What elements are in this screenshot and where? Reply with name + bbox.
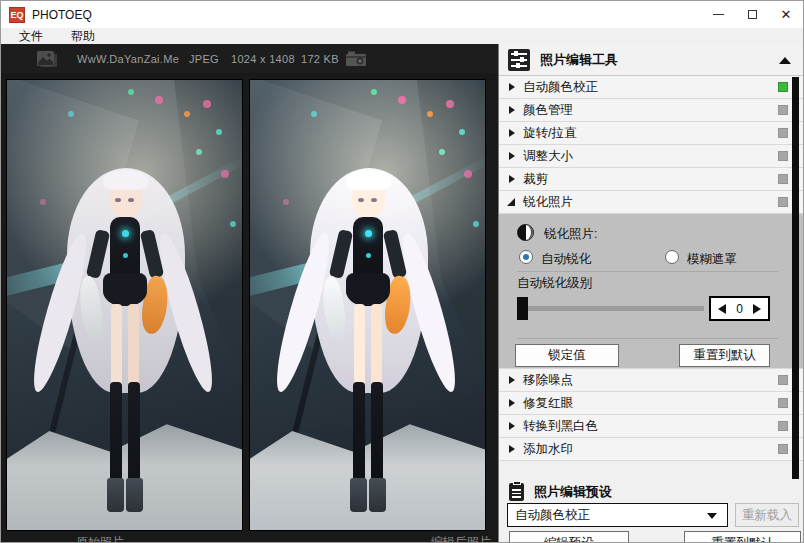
radio-unsharp-mask[interactable] — [665, 250, 679, 264]
tool-row-resize[interactable]: 调整大小 — [499, 145, 804, 168]
window-controls: ✕ — [701, 1, 803, 28]
title-bar: EQ PHOTOEQ ✕ — [1, 1, 803, 28]
window-title: PHOTOEQ — [32, 8, 92, 22]
tool-row-color-management[interactable]: 颜色管理 — [499, 99, 804, 122]
tool-indicator[interactable] — [778, 128, 788, 138]
equalizer-icon — [508, 49, 530, 71]
sharpen-label: 锐化照片: — [544, 226, 597, 243]
divider — [517, 271, 778, 272]
chevron-right-icon — [509, 175, 515, 183]
tool-indicator[interactable] — [778, 444, 788, 454]
tool-indicator[interactable] — [778, 105, 788, 115]
lock-value-button[interactable]: 锁定值 — [515, 344, 619, 367]
tool-row-denoise[interactable]: 移除噪点 — [499, 369, 804, 392]
image-dimensions: 1024 x 1408 — [231, 53, 295, 65]
chevron-down-icon — [707, 513, 717, 519]
chevron-expanded-icon — [507, 198, 515, 206]
maximize-icon — [748, 10, 757, 19]
chevron-right-icon — [509, 106, 515, 114]
chevron-right-icon — [509, 422, 515, 430]
spinner-decrement-icon[interactable] — [718, 304, 726, 314]
menu-file[interactable]: 文件 — [1, 28, 57, 45]
preview-image-after — [249, 79, 486, 531]
tool-indicator[interactable] — [778, 197, 788, 207]
tool-row-watermark[interactable]: 添加水印 — [499, 438, 804, 461]
minimize-button[interactable] — [701, 1, 735, 28]
artwork — [7, 80, 242, 530]
tool-indicator[interactable] — [778, 151, 788, 161]
chevron-right-icon — [509, 445, 515, 453]
maximize-button[interactable] — [735, 1, 769, 28]
app-window: EQ PHOTOEQ ✕ 文件 帮助 — [0, 0, 804, 543]
panel-scrollbar[interactable] — [792, 77, 799, 479]
tools-scroll-area: 自动颜色校正 颜色管理 旋转/拉直 调整大小 裁剪 — [499, 76, 804, 481]
chevron-right-icon — [509, 129, 515, 137]
tool-indicator[interactable] — [778, 421, 788, 431]
preset-select-row: 自动颜色校正 重新载入 — [499, 503, 804, 529]
open-photo-button[interactable] — [36, 44, 58, 73]
sharpen-level-value: 0 — [736, 302, 743, 316]
chevron-right-icon — [509, 83, 515, 91]
close-button[interactable]: ✕ — [769, 1, 803, 28]
photo-icon — [36, 50, 58, 68]
preview-area: 原始照片 编辑后照片 — [1, 73, 498, 543]
tool-row-blackwhite[interactable]: 转换到黑白色 — [499, 415, 804, 438]
chevron-right-icon — [509, 152, 515, 160]
radio-unsharp-mask-label: 模糊遮罩 — [687, 251, 737, 268]
tool-row-sharpen[interactable]: 锐化照片 — [499, 191, 804, 214]
menu-bar: 文件 帮助 — [1, 28, 803, 44]
radio-auto-sharpen-label: 自动锐化 — [541, 251, 591, 268]
tool-row-rotate[interactable]: 旋转/拉直 — [499, 122, 804, 145]
sharpen-level-label: 自动锐化级别 — [517, 275, 592, 292]
reset-presets-button[interactable]: 重置到默认 — [684, 531, 801, 543]
clipboard-icon — [509, 483, 524, 501]
capture-button[interactable] — [345, 44, 369, 73]
tool-indicator[interactable] — [778, 174, 788, 184]
preset-dropdown-value: 自动颜色校正 — [515, 507, 590, 524]
tool-indicator[interactable] — [778, 398, 788, 408]
sharpen-section: 锐化照片: 自动锐化 模糊遮罩 自动锐化级别 0 锁定值 重 — [499, 214, 804, 369]
file-format: JPEG — [189, 53, 219, 65]
collapse-panel-icon[interactable] — [779, 57, 791, 64]
tools-panel: 照片编辑工具 自动颜色校正 颜色管理 旋转/拉直 调整大小 — [498, 44, 804, 543]
reload-button[interactable]: 重新载入 — [735, 503, 799, 527]
sharpen-icon — [517, 224, 534, 241]
camera-icon — [345, 50, 369, 67]
toolbar: WwW.DaYanZai.Me JPEG 1024 x 1408 172 KB — [1, 44, 498, 73]
tool-row-auto-color[interactable]: 自动颜色校正 — [499, 76, 804, 99]
sharpen-level-spinner: 0 — [709, 296, 770, 321]
radio-auto-sharpen[interactable] — [519, 250, 533, 264]
preview-image-before — [6, 79, 243, 531]
sharpen-level-slider-thumb[interactable] — [517, 297, 528, 320]
chevron-right-icon — [509, 376, 515, 384]
tools-panel-title: 照片编辑工具 — [540, 51, 618, 69]
app-icon: EQ — [9, 7, 25, 23]
presets-header: 照片编辑预设 — [499, 481, 804, 503]
edit-presets-button[interactable]: 编辑预设 — [509, 531, 629, 543]
tool-indicator[interactable] — [778, 82, 788, 92]
watermark-text: WwW.DaYanZai.Me — [77, 53, 179, 65]
minimize-icon — [713, 14, 724, 15]
tools-panel-header[interactable]: 照片编辑工具 — [499, 44, 804, 76]
tool-row-crop[interactable]: 裁剪 — [499, 168, 804, 191]
sharpen-level-slider-track[interactable] — [521, 306, 704, 311]
spinner-increment-icon[interactable] — [753, 304, 761, 314]
artwork — [250, 80, 485, 530]
divider — [517, 338, 778, 339]
close-icon: ✕ — [781, 8, 792, 21]
presets-title: 照片编辑预设 — [534, 483, 612, 501]
menu-help[interactable]: 帮助 — [57, 28, 109, 45]
after-label: 编辑后照片 — [431, 534, 491, 543]
before-label: 原始照片 — [76, 534, 124, 543]
preset-dropdown[interactable]: 自动颜色校正 — [507, 503, 728, 527]
tool-indicator[interactable] — [778, 375, 788, 385]
reset-default-button[interactable]: 重置到默认 — [679, 344, 770, 367]
chevron-right-icon — [509, 399, 515, 407]
tool-row-redeye[interactable]: 修复红眼 — [499, 392, 804, 415]
file-size: 172 KB — [301, 53, 339, 65]
sharpen-mode-radios: 自动锐化 模糊遮罩 — [499, 250, 804, 268]
